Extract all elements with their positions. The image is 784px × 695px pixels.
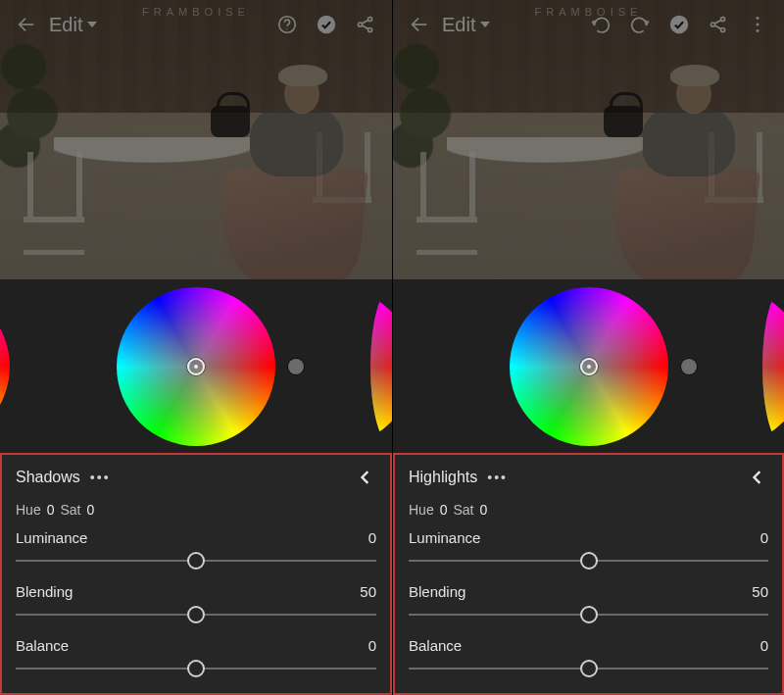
photo-preview-left[interactable]: FRAMBOISE Edit — [0, 0, 392, 279]
svg-point-4 — [368, 17, 372, 21]
luminance-track[interactable] — [409, 550, 768, 571]
blending-thumb[interactable] — [187, 606, 205, 623]
pane-right: FRAMBOISE Edit — [392, 0, 784, 695]
neighbor-wheel-left-icon — [0, 287, 10, 446]
edit-menu[interactable]: Edit — [442, 14, 491, 36]
svg-point-9 — [721, 27, 725, 31]
hue-sat-readout: Hue 0 Sat 0 — [16, 502, 376, 518]
color-wheel-picker[interactable] — [187, 358, 205, 375]
svg-point-8 — [721, 17, 725, 21]
scene-chair-l — [18, 152, 96, 260]
sat-label: Sat — [60, 502, 80, 518]
blending-thumb[interactable] — [580, 606, 598, 623]
balance-thumb[interactable] — [187, 660, 205, 677]
slider-balance: Balance 0 — [409, 637, 768, 679]
panel-collapse-icon[interactable] — [747, 467, 768, 488]
hue-label: Hue — [409, 502, 434, 518]
luminance-thumb[interactable] — [580, 552, 598, 570]
luminance-thumb[interactable] — [187, 552, 205, 570]
svg-point-6 — [670, 16, 688, 33]
sat-label: Sat — [453, 502, 473, 518]
scene-figure — [196, 78, 353, 274]
help-icon[interactable] — [270, 8, 304, 41]
luminance-track[interactable] — [16, 550, 376, 571]
balance-label: Balance — [16, 637, 69, 654]
panel-more-icon[interactable]: ••• — [487, 470, 508, 485]
share-icon[interactable] — [702, 8, 735, 41]
back-icon[interactable] — [403, 8, 436, 41]
balance-thumb[interactable] — [580, 660, 598, 677]
slider-luminance: Luminance 0 — [409, 529, 768, 571]
caret-down-icon — [479, 19, 491, 30]
photo-preview-right[interactable]: FRAMBOISE Edit — [393, 0, 784, 279]
back-icon[interactable] — [10, 8, 43, 41]
accept-icon[interactable] — [310, 8, 343, 41]
slider-blending: Blending 50 — [16, 583, 376, 625]
panel-header: Shadows ••• — [16, 467, 376, 488]
panel-collapse-icon[interactable] — [355, 467, 376, 488]
sat-value: 0 — [480, 502, 488, 518]
color-wheel-sat-knob[interactable] — [288, 359, 304, 374]
svg-point-12 — [757, 29, 760, 32]
blending-label: Blending — [16, 583, 73, 600]
scene-figure — [588, 78, 745, 274]
slider-balance: Balance 0 — [16, 637, 376, 679]
color-wheel-zone-left — [0, 279, 392, 453]
panel-title: Highlights — [409, 469, 477, 486]
slider-luminance: Luminance 0 — [16, 529, 376, 571]
color-wheel-zone-right — [393, 279, 784, 453]
split-compare: FRAMBOISE Edit — [0, 0, 784, 695]
color-grading-panel-right: Highlights ••• Hue 0 Sat 0 Luminance 0 — [393, 453, 784, 695]
luminance-value: 0 — [760, 529, 768, 546]
luminance-label: Luminance — [409, 529, 480, 546]
svg-point-7 — [710, 23, 714, 26]
luminance-value: 0 — [368, 529, 376, 546]
sat-value: 0 — [87, 502, 95, 518]
blending-value: 50 — [360, 583, 376, 600]
balance-value: 0 — [760, 637, 768, 654]
app-header-left: FRAMBOISE Edit — [0, 0, 392, 49]
panel-title: Shadows — [16, 469, 80, 486]
color-wheel[interactable] — [117, 287, 275, 446]
panel-header: Highlights ••• — [409, 467, 768, 488]
svg-point-3 — [358, 23, 362, 26]
hue-value: 0 — [47, 502, 55, 518]
edit-menu[interactable]: Edit — [49, 14, 98, 36]
scene-chair-l — [411, 152, 489, 260]
hue-sat-readout: Hue 0 Sat 0 — [409, 502, 768, 518]
blending-track[interactable] — [16, 604, 376, 625]
caret-down-icon — [86, 19, 98, 30]
luminance-label: Luminance — [16, 529, 87, 546]
undo-icon[interactable] — [584, 8, 617, 41]
overflow-icon[interactable] — [741, 8, 774, 41]
color-grading-panel-left: Shadows ••• Hue 0 Sat 0 Luminance 0 — [0, 453, 392, 695]
hue-label: Hue — [16, 502, 41, 518]
slider-blending: Blending 50 — [409, 583, 768, 625]
redo-icon[interactable] — [623, 8, 657, 41]
balance-track[interactable] — [409, 658, 768, 679]
svg-point-5 — [368, 27, 372, 31]
edit-label: Edit — [442, 14, 475, 36]
svg-point-11 — [757, 24, 760, 26]
balance-track[interactable] — [16, 658, 376, 679]
panel-more-icon[interactable]: ••• — [90, 470, 111, 485]
pane-left: FRAMBOISE Edit — [0, 0, 392, 695]
balance-label: Balance — [409, 637, 462, 654]
blending-label: Blending — [409, 583, 466, 600]
color-wheel[interactable] — [510, 287, 668, 446]
edit-label: Edit — [49, 14, 82, 36]
svg-point-1 — [286, 28, 287, 29]
share-icon[interactable] — [349, 8, 382, 41]
color-wheel-sat-knob[interactable] — [681, 359, 697, 374]
svg-point-2 — [318, 16, 335, 33]
hue-value: 0 — [440, 502, 448, 518]
accept-icon[interactable] — [662, 8, 696, 41]
color-wheel-picker[interactable] — [580, 358, 598, 375]
svg-point-10 — [757, 17, 760, 20]
blending-value: 50 — [752, 583, 768, 600]
app-header-right: FRAMBOISE Edit — [393, 0, 784, 49]
blending-track[interactable] — [409, 604, 768, 625]
balance-value: 0 — [368, 637, 376, 654]
neighbor-wheel-right-icon — [762, 287, 784, 446]
